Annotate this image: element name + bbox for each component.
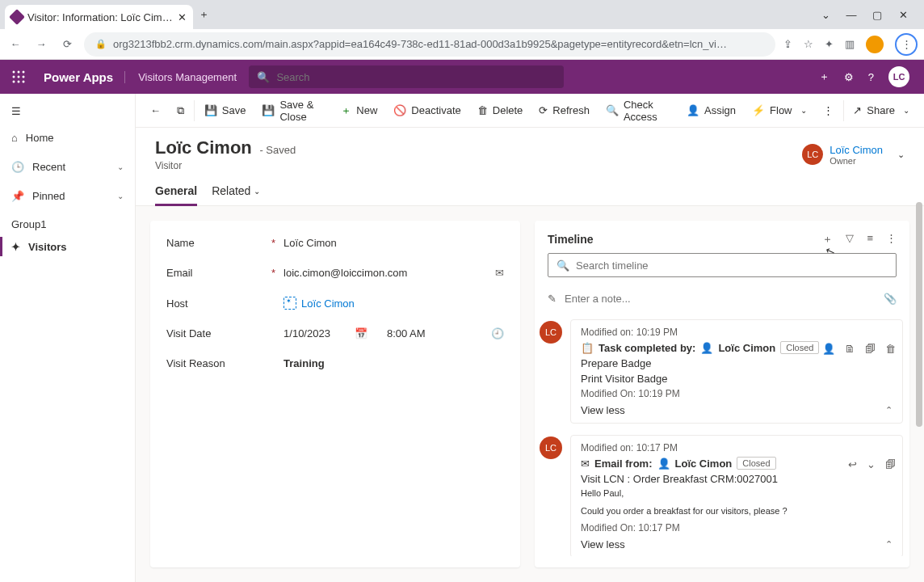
activity-body-line: Could you order a breakfast for our visi… <box>581 506 892 516</box>
app-area[interactable]: Visitors Management <box>124 71 237 83</box>
field-value-time[interactable]: 8:00 AM <box>387 327 426 340</box>
record-owner[interactable]: LC Loïc Cimon Owner ⌄ <box>802 137 905 171</box>
field-value-host[interactable]: Loïc Cimon <box>284 297 355 310</box>
new-tab-button[interactable]: ＋ <box>193 3 216 26</box>
overflow-button[interactable]: ⋮ <box>815 97 842 124</box>
reload-button[interactable]: ⟳ <box>58 36 76 53</box>
profile-avatar[interactable] <box>866 36 884 53</box>
field-label-date: Visit Date <box>166 327 271 340</box>
timeline-search-input[interactable] <box>576 259 888 272</box>
save-icon: 💾 <box>204 104 217 116</box>
delete-button[interactable]: 🗑Delete <box>469 97 531 124</box>
cmd-label: Assign <box>704 104 736 116</box>
sidebar-item-visitors[interactable]: ✦Visitors <box>0 232 135 261</box>
required-indicator: * <box>271 267 275 279</box>
forward-button[interactable]: → <box>32 36 50 53</box>
extensions-icon[interactable]: ✦ <box>825 38 834 50</box>
new-button[interactable]: ＋New <box>333 97 385 124</box>
scrollbar[interactable] <box>916 202 922 577</box>
sort-icon[interactable]: ≡ <box>867 232 873 247</box>
app-title: Power Apps <box>44 70 113 84</box>
more-icon[interactable]: ⋮ <box>886 232 897 247</box>
cmd-label: New <box>356 104 377 116</box>
command-bar: ← ⧉ 💾Save 💾Save & Close ＋New 🚫Deactivate… <box>136 94 924 128</box>
collapse-icon[interactable]: ⌃ <box>885 405 892 415</box>
timeline-note-input[interactable] <box>565 293 876 305</box>
clock-icon[interactable]: 🕘 <box>491 327 504 340</box>
window-minimize-icon[interactable]: — <box>845 9 858 21</box>
global-search[interactable]: 🔍 <box>249 65 564 88</box>
user-avatar[interactable]: LC <box>888 66 909 87</box>
add-icon[interactable]: ＋ <box>819 70 830 84</box>
sidebar-toggle[interactable]: ☰ <box>0 99 135 123</box>
sidebar-item-home[interactable]: ⌂Home <box>0 123 135 152</box>
back-button[interactable]: ← <box>6 36 24 53</box>
field-label-name: Name <box>166 237 271 249</box>
open-new-window-button[interactable]: ⧉ <box>169 97 192 124</box>
svg-point-6 <box>13 81 15 83</box>
browser-tab-strip: Visitor: Information: Loïc Cim… ✕ ＋ ⌄ — … <box>0 0 924 29</box>
lock-icon: 🔒 <box>95 39 107 49</box>
back-record-button[interactable]: ← <box>142 97 169 124</box>
view-less-link[interactable]: View less <box>581 404 625 416</box>
share-icon[interactable]: ⇪ <box>783 38 792 50</box>
sidebar-item-recent[interactable]: 🕒Recent⌄ <box>0 152 135 181</box>
gear-icon[interactable]: ⚙ <box>844 71 854 83</box>
save-button[interactable]: 💾Save <box>196 97 254 124</box>
window-restore-icon[interactable]: ▢ <box>871 9 884 21</box>
deactivate-button[interactable]: 🚫Deactivate <box>385 97 468 124</box>
field-value-email[interactable]: loic.cimon@loiccimon.com <box>284 267 407 279</box>
help-icon[interactable]: ? <box>868 71 874 83</box>
sidepanel-icon[interactable]: ▥ <box>845 38 855 50</box>
search-input[interactable] <box>276 71 556 83</box>
tab-related[interactable]: Related⌄ <box>212 179 260 205</box>
refresh-button[interactable]: ⟳Refresh <box>531 97 598 124</box>
save-close-button[interactable]: 💾Save & Close <box>254 97 333 124</box>
delete-action-icon[interactable]: 🗑 <box>885 343 896 355</box>
share-button[interactable]: ↗Share⌄ <box>845 97 918 124</box>
window-close-icon[interactable]: ✕ <box>897 9 909 21</box>
task-icon: 📋 <box>581 342 594 354</box>
app-launcher-icon[interactable] <box>5 63 32 91</box>
bookmark-icon[interactable]: ☆ <box>804 38 813 50</box>
expand-action-icon[interactable]: ⌄ <box>867 458 876 470</box>
svg-point-4 <box>18 76 20 78</box>
filter-icon[interactable]: ▽ <box>846 232 854 247</box>
email-action-icon[interactable]: ✉ <box>495 267 504 279</box>
activity-subject: Visit LCN : Order Breakfast CRM:0027001 <box>581 473 892 485</box>
activity-body-line: Hello Paul, <box>581 488 892 498</box>
timeline-list: LC Modified on: 10:19 PM 📋 Task complete… <box>535 314 909 556</box>
attachment-icon[interactable]: 📎 <box>884 293 897 305</box>
collapse-icon[interactable]: ⌃ <box>885 539 892 550</box>
field-value-name[interactable]: Loïc Cimon <box>284 237 337 249</box>
reply-action-icon[interactable]: ↩ <box>848 458 857 470</box>
field-value-reason[interactable]: Training <box>284 357 325 369</box>
url-box[interactable]: 🔒 org3213fbb2.crm.dynamics.com/main.aspx… <box>84 32 775 57</box>
assign-action-icon[interactable]: 👤 <box>822 343 835 355</box>
flow-button[interactable]: ⚡Flow⌄ <box>744 97 814 124</box>
timeline-avatar: LC <box>540 321 562 344</box>
field-value-date[interactable]: 1/10/2023 <box>284 327 330 340</box>
tab-favicon <box>9 9 25 25</box>
view-less-link[interactable]: View less <box>581 538 625 550</box>
check-access-button[interactable]: 🔍Check Access <box>598 97 678 124</box>
open-action-icon[interactable]: 🗐 <box>885 458 896 470</box>
copy-action-icon[interactable]: 🗐 <box>865 343 876 355</box>
add-icon[interactable]: ＋ <box>822 232 833 247</box>
share-icon: ↗ <box>853 104 862 116</box>
scroll-thumb[interactable] <box>916 202 922 427</box>
home-icon: ⌂ <box>11 132 18 144</box>
chrome-menu-button[interactable]: ⋮ <box>895 33 918 56</box>
timeline-search[interactable]: 🔍 <box>548 253 897 277</box>
timeline-note-row[interactable]: ✎ 📎 <box>548 285 897 311</box>
close-tab-icon[interactable]: ✕ <box>178 11 187 23</box>
tab-general[interactable]: General <box>155 179 197 205</box>
calendar-icon[interactable]: 📅 <box>355 327 368 340</box>
open-action-icon[interactable]: 🗎 <box>845 343 855 355</box>
sidebar-item-pinned[interactable]: 📌Pinned⌄ <box>0 181 135 210</box>
owner-label: Owner <box>830 156 883 166</box>
assign-button[interactable]: 👤Assign <box>678 97 744 124</box>
browser-tab[interactable]: Visitor: Information: Loïc Cim… ✕ <box>5 5 193 29</box>
chevron-down-icon[interactable]: ⌄ <box>819 9 832 21</box>
chevron-down-icon[interactable]: ⌄ <box>897 150 905 160</box>
